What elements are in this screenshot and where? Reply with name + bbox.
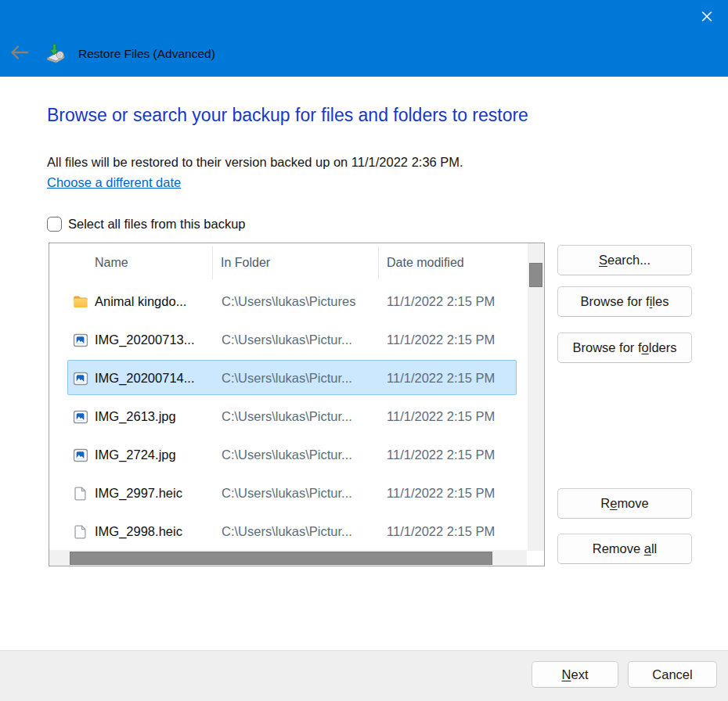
file-name: IMG_20200713... (95, 321, 195, 359)
close-icon (698, 8, 715, 27)
select-all-row[interactable]: Select all files from this backup (47, 217, 246, 232)
file-date: 11/1/2022 2:15 PM (387, 436, 495, 474)
remove-button[interactable]: Remove (557, 488, 692, 519)
backup-version-text: All files will be restored to their vers… (47, 155, 463, 170)
file-folder: C:\Users\lukas\Pictur... (222, 397, 352, 436)
file-folder: C:\Users\lukas\Pictur... (222, 474, 352, 512)
file-name: IMG_20200714... (95, 359, 195, 397)
page-title: Restore Files (Advanced) (78, 47, 215, 61)
next-button[interactable]: Next (532, 661, 618, 688)
table-row[interactable]: IMG_20200713... C:\Users\lukas\Pictur...… (49, 321, 544, 359)
file-name: Animal kingdo... (95, 282, 186, 321)
vertical-scrollbar-thumb[interactable] (529, 263, 542, 287)
choose-different-date-link[interactable]: Choose a different date (47, 175, 181, 190)
table-row[interactable]: IMG_2613.jpg C:\Users\lukas\Pictur... 11… (49, 397, 544, 436)
column-header-in-folder[interactable]: In Folder (221, 243, 270, 282)
close-button[interactable] (695, 6, 719, 28)
table-row[interactable]: IMG_2998.heic C:\Users\lukas\Pictur... 1… (49, 512, 544, 551)
file-folder: C:\Users\lukas\Pictur... (222, 321, 352, 359)
table-row[interactable]: IMG_2997.heic C:\Users\lukas\Pictur... 1… (49, 474, 544, 512)
column-header-date-modified[interactable]: Date modified (387, 243, 464, 282)
file-folder: C:\Users\lukas\Pictur... (222, 359, 352, 397)
column-separator (212, 246, 213, 279)
restore-drive-icon (45, 42, 67, 64)
column-header-name[interactable]: Name (95, 243, 128, 282)
file-folder: C:\Users\lukas\Pictures (222, 282, 355, 321)
file-date: 11/1/2022 2:15 PM (387, 359, 495, 397)
select-all-checkbox[interactable] (47, 217, 62, 232)
image-file-icon (72, 370, 89, 387)
browse-for-files-button[interactable]: Browse for files (557, 286, 692, 317)
file-date: 11/1/2022 2:15 PM (387, 282, 495, 321)
folder-icon (72, 293, 89, 311)
titlebar: Restore Files (Advanced) (0, 0, 728, 77)
file-date: 11/1/2022 2:15 PM (387, 397, 495, 436)
image-file-icon (72, 408, 89, 426)
file-name: IMG_2724.jpg (95, 436, 176, 474)
restore-files-dialog: Restore Files (Advanced) Browse or searc… (0, 0, 728, 701)
file-rows: Animal kingdo... C:\Users\lukas\Pictures… (49, 282, 544, 551)
table-row-selected[interactable]: IMG_20200714... C:\Users\lukas\Pictur...… (49, 359, 544, 397)
back-arrow-icon (9, 43, 30, 64)
horizontal-scrollbar[interactable] (49, 550, 527, 566)
table-row[interactable]: Animal kingdo... C:\Users\lukas\Pictures… (49, 282, 544, 321)
remove-all-button[interactable]: Remove all (557, 534, 692, 564)
main-instruction: Browse or search your backup for files a… (47, 105, 642, 126)
file-icon (72, 523, 89, 541)
file-folder: C:\Users\lukas\Pictur... (222, 512, 352, 551)
search-button[interactable]: Search... (557, 245, 692, 275)
image-file-icon (72, 332, 89, 349)
file-date: 11/1/2022 2:15 PM (387, 474, 495, 512)
file-list: Name In Folder Date modified Animal king… (49, 243, 545, 566)
browse-for-folders-button[interactable]: Browse for folders (557, 333, 692, 363)
footer-bar: Next Cancel (0, 650, 728, 701)
file-name: IMG_2998.heic (95, 512, 182, 551)
vertical-scrollbar[interactable] (528, 243, 544, 551)
back-button[interactable] (8, 43, 30, 63)
file-name: IMG_2997.heic (95, 474, 182, 512)
table-row[interactable]: IMG_2724.jpg C:\Users\lukas\Pictur... 11… (49, 436, 544, 474)
column-separator (378, 246, 379, 279)
file-date: 11/1/2022 2:15 PM (387, 512, 495, 551)
horizontal-scrollbar-thumb[interactable] (70, 552, 492, 565)
file-folder: C:\Users\lukas\Pictur... (222, 436, 352, 474)
image-file-icon (72, 447, 89, 464)
file-icon (72, 485, 89, 502)
cancel-button[interactable]: Cancel (628, 661, 717, 688)
select-all-label: Select all files from this backup (68, 217, 246, 232)
list-header: Name In Folder Date modified (49, 243, 544, 282)
file-date: 11/1/2022 2:15 PM (387, 321, 495, 359)
file-name: IMG_2613.jpg (95, 397, 176, 436)
